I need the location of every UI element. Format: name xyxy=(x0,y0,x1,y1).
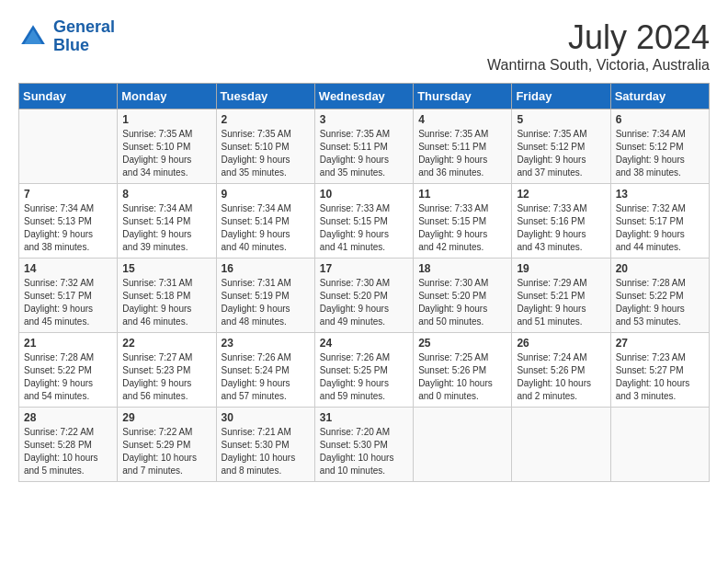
column-header-wednesday: Wednesday xyxy=(314,84,413,109)
day-info: Sunrise: 7:34 AM Sunset: 5:14 PM Dayligh… xyxy=(122,202,210,254)
day-info: Sunrise: 7:28 AM Sunset: 5:22 PM Dayligh… xyxy=(616,277,704,328)
day-info: Sunrise: 7:21 AM Sunset: 5:30 PM Dayligh… xyxy=(222,426,310,477)
day-number: 16 xyxy=(222,262,310,275)
week-row-1: 1Sunrise: 7:35 AM Sunset: 5:10 PM Daylig… xyxy=(19,109,710,184)
calendar-cell: 9Sunrise: 7:34 AM Sunset: 5:14 PM Daylig… xyxy=(216,184,314,259)
calendar-cell: 28Sunrise: 7:22 AM Sunset: 5:28 PM Dayli… xyxy=(19,408,118,482)
calendar-cell: 1Sunrise: 7:35 AM Sunset: 5:10 PM Daylig… xyxy=(118,109,216,184)
calendar-cell: 27Sunrise: 7:23 AM Sunset: 5:27 PM Dayli… xyxy=(610,333,709,408)
day-info: Sunrise: 7:22 AM Sunset: 5:28 PM Dayligh… xyxy=(24,426,112,477)
calendar-cell: 6Sunrise: 7:34 AM Sunset: 5:12 PM Daylig… xyxy=(610,109,709,184)
calendar-cell xyxy=(19,109,118,184)
day-info: Sunrise: 7:25 AM Sunset: 5:26 PM Dayligh… xyxy=(418,351,506,403)
calendar-cell: 11Sunrise: 7:33 AM Sunset: 5:15 PM Dayli… xyxy=(414,184,512,259)
day-number: 28 xyxy=(24,411,112,424)
day-info: Sunrise: 7:33 AM Sunset: 5:15 PM Dayligh… xyxy=(418,202,506,254)
calendar-cell: 21Sunrise: 7:28 AM Sunset: 5:22 PM Dayli… xyxy=(19,333,118,408)
column-header-tuesday: Tuesday xyxy=(216,84,314,109)
week-row-5: 28Sunrise: 7:22 AM Sunset: 5:28 PM Dayli… xyxy=(19,408,710,482)
day-info: Sunrise: 7:30 AM Sunset: 5:20 PM Dayligh… xyxy=(320,277,408,328)
day-number: 1 xyxy=(122,113,210,126)
day-info: Sunrise: 7:32 AM Sunset: 5:17 PM Dayligh… xyxy=(616,202,704,254)
column-header-friday: Friday xyxy=(512,84,610,109)
day-info: Sunrise: 7:34 AM Sunset: 5:14 PM Dayligh… xyxy=(222,202,310,254)
calendar-cell: 23Sunrise: 7:26 AM Sunset: 5:24 PM Dayli… xyxy=(216,333,314,408)
day-info: Sunrise: 7:35 AM Sunset: 5:10 PM Dayligh… xyxy=(122,128,210,179)
day-number: 10 xyxy=(320,188,408,201)
calendar-cell: 31Sunrise: 7:20 AM Sunset: 5:30 PM Dayli… xyxy=(314,408,413,482)
day-info: Sunrise: 7:28 AM Sunset: 5:22 PM Dayligh… xyxy=(24,351,112,403)
day-number: 5 xyxy=(517,113,605,126)
day-info: Sunrise: 7:24 AM Sunset: 5:26 PM Dayligh… xyxy=(517,351,605,403)
calendar-cell: 12Sunrise: 7:33 AM Sunset: 5:16 PM Dayli… xyxy=(512,184,610,259)
day-info: Sunrise: 7:22 AM Sunset: 5:29 PM Dayligh… xyxy=(122,426,210,477)
day-info: Sunrise: 7:30 AM Sunset: 5:20 PM Dayligh… xyxy=(418,277,506,328)
calendar-subtitle: Wantirna South, Victoria, Australia xyxy=(487,57,710,74)
column-header-thursday: Thursday xyxy=(414,84,512,109)
calendar-cell: 15Sunrise: 7:31 AM Sunset: 5:18 PM Dayli… xyxy=(118,259,216,333)
calendar-cell: 4Sunrise: 7:35 AM Sunset: 5:11 PM Daylig… xyxy=(414,109,512,184)
calendar-cell: 10Sunrise: 7:33 AM Sunset: 5:15 PM Dayli… xyxy=(314,184,413,259)
day-info: Sunrise: 7:34 AM Sunset: 5:13 PM Dayligh… xyxy=(24,202,112,254)
logo: General Blue xyxy=(18,18,115,55)
week-row-4: 21Sunrise: 7:28 AM Sunset: 5:22 PM Dayli… xyxy=(19,333,710,408)
title-block: July 2024 Wantirna South, Victoria, Aust… xyxy=(487,18,710,74)
calendar-cell: 22Sunrise: 7:27 AM Sunset: 5:23 PM Dayli… xyxy=(118,333,216,408)
calendar-cell: 26Sunrise: 7:24 AM Sunset: 5:26 PM Dayli… xyxy=(512,333,610,408)
day-info: Sunrise: 7:35 AM Sunset: 5:11 PM Dayligh… xyxy=(418,128,506,179)
day-number: 12 xyxy=(517,188,605,201)
calendar-cell: 18Sunrise: 7:30 AM Sunset: 5:20 PM Dayli… xyxy=(414,259,512,333)
day-number: 23 xyxy=(222,337,310,350)
logo-icon xyxy=(18,22,48,52)
day-number: 19 xyxy=(517,262,605,275)
day-number: 8 xyxy=(122,188,210,201)
column-header-saturday: Saturday xyxy=(610,84,709,109)
day-number: 21 xyxy=(24,337,112,350)
day-number: 4 xyxy=(418,113,506,126)
day-info: Sunrise: 7:35 AM Sunset: 5:11 PM Dayligh… xyxy=(320,128,408,179)
day-info: Sunrise: 7:26 AM Sunset: 5:25 PM Dayligh… xyxy=(320,351,408,403)
calendar-cell xyxy=(512,408,610,482)
day-number: 13 xyxy=(616,188,704,201)
day-info: Sunrise: 7:35 AM Sunset: 5:12 PM Dayligh… xyxy=(517,128,605,179)
week-row-2: 7Sunrise: 7:34 AM Sunset: 5:13 PM Daylig… xyxy=(19,184,710,259)
logo-line1: General xyxy=(53,17,115,36)
day-number: 30 xyxy=(222,411,310,424)
calendar-cell: 5Sunrise: 7:35 AM Sunset: 5:12 PM Daylig… xyxy=(512,109,610,184)
column-header-monday: Monday xyxy=(118,84,216,109)
day-number: 9 xyxy=(222,188,310,201)
day-info: Sunrise: 7:31 AM Sunset: 5:18 PM Dayligh… xyxy=(122,277,210,328)
calendar-cell: 7Sunrise: 7:34 AM Sunset: 5:13 PM Daylig… xyxy=(19,184,118,259)
calendar-cell: 17Sunrise: 7:30 AM Sunset: 5:20 PM Dayli… xyxy=(314,259,413,333)
day-info: Sunrise: 7:27 AM Sunset: 5:23 PM Dayligh… xyxy=(122,351,210,403)
day-info: Sunrise: 7:29 AM Sunset: 5:21 PM Dayligh… xyxy=(517,277,605,328)
page-header: General Blue July 2024 Wantirna South, V… xyxy=(18,18,710,74)
day-number: 11 xyxy=(418,188,506,201)
calendar-cell: 2Sunrise: 7:35 AM Sunset: 5:10 PM Daylig… xyxy=(216,109,314,184)
column-header-sunday: Sunday xyxy=(19,84,118,109)
calendar-cell: 29Sunrise: 7:22 AM Sunset: 5:29 PM Dayli… xyxy=(118,408,216,482)
day-info: Sunrise: 7:26 AM Sunset: 5:24 PM Dayligh… xyxy=(222,351,310,403)
calendar-cell: 19Sunrise: 7:29 AM Sunset: 5:21 PM Dayli… xyxy=(512,259,610,333)
day-number: 7 xyxy=(24,188,112,201)
logo-line2: Blue xyxy=(53,36,89,54)
calendar-cell: 13Sunrise: 7:32 AM Sunset: 5:17 PM Dayli… xyxy=(610,184,709,259)
day-info: Sunrise: 7:33 AM Sunset: 5:16 PM Dayligh… xyxy=(517,202,605,254)
day-number: 25 xyxy=(418,337,506,350)
day-info: Sunrise: 7:23 AM Sunset: 5:27 PM Dayligh… xyxy=(616,351,704,403)
calendar-cell xyxy=(414,408,512,482)
day-number: 20 xyxy=(616,262,704,275)
calendar-cell: 8Sunrise: 7:34 AM Sunset: 5:14 PM Daylig… xyxy=(118,184,216,259)
calendar-cell: 16Sunrise: 7:31 AM Sunset: 5:19 PM Dayli… xyxy=(216,259,314,333)
week-row-3: 14Sunrise: 7:32 AM Sunset: 5:17 PM Dayli… xyxy=(19,259,710,333)
calendar-header-row: SundayMondayTuesdayWednesdayThursdayFrid… xyxy=(19,84,710,109)
day-number: 14 xyxy=(24,262,112,275)
day-number: 24 xyxy=(320,337,408,350)
day-number: 29 xyxy=(122,411,210,424)
calendar-cell xyxy=(610,408,709,482)
logo-text: General Blue xyxy=(53,18,115,55)
day-info: Sunrise: 7:34 AM Sunset: 5:12 PM Dayligh… xyxy=(616,128,704,179)
calendar-cell: 14Sunrise: 7:32 AM Sunset: 5:17 PM Dayli… xyxy=(19,259,118,333)
day-number: 26 xyxy=(517,337,605,350)
day-number: 27 xyxy=(616,337,704,350)
